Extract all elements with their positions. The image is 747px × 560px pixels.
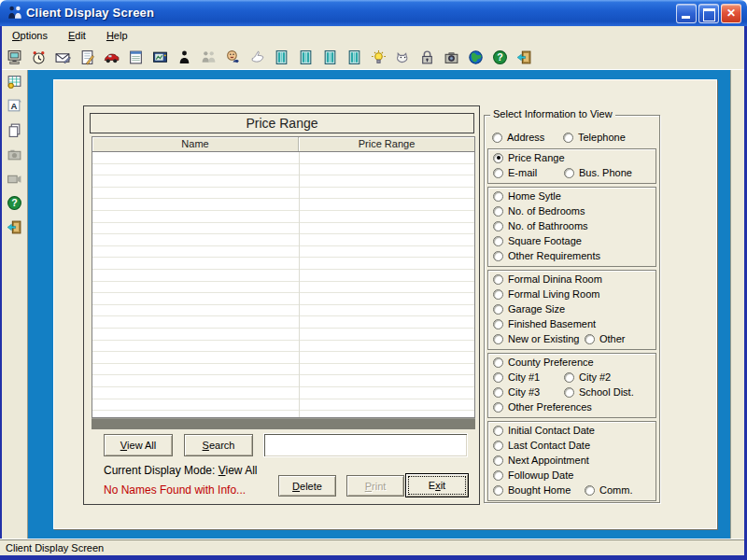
- radio-label: No. of Bathrooms: [508, 220, 588, 231]
- hand-icon[interactable]: [247, 48, 267, 67]
- radio-button: [493, 304, 503, 315]
- pet-icon[interactable]: [393, 48, 413, 67]
- computer-icon[interactable]: [5, 48, 24, 67]
- radio-address[interactable]: Address: [492, 132, 544, 143]
- radio-button: [564, 372, 574, 383]
- radio-no-of-bathrooms[interactable]: No. of Bathrooms: [493, 220, 588, 231]
- radio-e-mail[interactable]: E-mail: [493, 167, 537, 178]
- menu-options[interactable]: Options: [7, 28, 52, 43]
- radio-garage-size[interactable]: Garage Size: [493, 303, 565, 315]
- spreadsheet-icon[interactable]: [5, 72, 24, 91]
- option-group-5: Initial Contact DateLast Contact DateNex…: [487, 421, 656, 501]
- delete-button[interactable]: Delete: [278, 475, 336, 497]
- radio-button: [493, 274, 503, 285]
- notepad-icon[interactable]: [78, 48, 97, 67]
- radio-last-contact-date[interactable]: Last Contact Date: [493, 440, 590, 451]
- listing-icon[interactable]: [126, 48, 146, 67]
- column-header-name[interactable]: Name: [92, 137, 299, 151]
- copy-icon[interactable]: [5, 120, 24, 140]
- radio-county-preference[interactable]: County Preference: [493, 357, 594, 368]
- radio-bus-phone[interactable]: Bus. Phone: [564, 167, 632, 178]
- radio-label: Square Footage: [508, 235, 582, 246]
- radio-comm[interactable]: Comm.: [585, 484, 632, 496]
- radio-city-3[interactable]: City #3: [493, 386, 540, 398]
- door-3-icon[interactable]: [320, 48, 340, 67]
- radio-school-dist[interactable]: School Dist.: [564, 386, 634, 398]
- radio-city-1[interactable]: City #1: [493, 371, 540, 383]
- radio-telephone[interactable]: Telephone: [563, 132, 626, 143]
- horizontal-scrollbar[interactable]: [92, 418, 475, 429]
- font-icon[interactable]: [5, 96, 24, 116]
- radio-label: Bought Home: [508, 484, 571, 496]
- radio-button: [493, 236, 503, 246]
- radio-formal-living-room[interactable]: Formal Living Room: [493, 288, 599, 300]
- radio-price-range[interactable]: Price Range: [493, 152, 565, 163]
- print-button[interactable]: Print: [346, 475, 404, 497]
- radio-label: School Dist.: [579, 386, 634, 398]
- alarm-clock-icon[interactable]: [29, 48, 49, 67]
- column-header-price-range[interactable]: Price Range: [299, 137, 474, 151]
- clients-disabled-icon[interactable]: [199, 48, 218, 67]
- car-icon[interactable]: [102, 48, 121, 67]
- door-1-icon[interactable]: [272, 48, 291, 67]
- help-icon[interactable]: [490, 48, 510, 67]
- radio-other-preferences[interactable]: Other Preferences: [493, 401, 592, 413]
- help-icon[interactable]: [5, 193, 24, 213]
- radio-button: [493, 206, 503, 217]
- radio-city-2[interactable]: City #2: [564, 371, 611, 383]
- window-border-bottom: [0, 555, 747, 560]
- radio-button: [493, 441, 503, 451]
- search-button[interactable]: Search: [184, 434, 253, 456]
- close-button[interactable]: [721, 4, 741, 23]
- radio-finished-basement[interactable]: Finished Basement: [493, 318, 596, 329]
- camera-icon[interactable]: [442, 48, 461, 67]
- contact-icon[interactable]: [223, 48, 243, 67]
- door-2-icon[interactable]: [296, 48, 316, 67]
- client-area: Price Range Name Price Range View All Se…: [2, 70, 744, 539]
- radio-button: [564, 387, 574, 398]
- radio-label: Finished Basement: [508, 318, 596, 329]
- radio-button: [493, 402, 503, 413]
- radio-new-or-existing[interactable]: New or Existing: [493, 333, 579, 344]
- radio-label: No. of Bedrooms: [508, 205, 585, 217]
- camera-disabled-icon[interactable]: [5, 145, 24, 164]
- client-table-body[interactable]: [92, 152, 474, 417]
- radio-label: Home Sytle: [508, 190, 561, 202]
- door-4-icon[interactable]: [345, 48, 364, 67]
- minimize-button[interactable]: [676, 4, 697, 23]
- radio-formal-dinina-room[interactable]: Formal Dinina Room: [493, 273, 602, 285]
- maximize-button[interactable]: [698, 4, 719, 23]
- radio-button: [563, 133, 573, 143]
- table-header-row: Name Price Range: [92, 137, 474, 152]
- radio-initial-contact-date[interactable]: Initial Contact Date: [493, 425, 595, 436]
- radio-next-appointment[interactable]: Next Appointment: [493, 455, 589, 466]
- radio-followup-date[interactable]: Followup Date: [493, 469, 573, 481]
- toolbar: [2, 45, 744, 70]
- client-icon[interactable]: [175, 48, 194, 67]
- search-input[interactable]: [263, 433, 468, 457]
- lock-icon[interactable]: [417, 48, 437, 67]
- view-all-button[interactable]: View All: [104, 434, 173, 456]
- exit-icon[interactable]: [5, 217, 24, 237]
- radio-other-requirements[interactable]: Other Requirements: [493, 250, 600, 261]
- radio-label: Telephone: [578, 132, 626, 143]
- exit-button[interactable]: Exit: [405, 473, 469, 497]
- radio-button: [493, 191, 503, 202]
- radio-square-footage[interactable]: Square Footage: [493, 235, 582, 246]
- video-disabled-icon[interactable]: [5, 169, 24, 189]
- radio-other[interactable]: Other: [585, 333, 626, 344]
- exit-icon[interactable]: [514, 48, 534, 67]
- tv-icon[interactable]: [150, 48, 170, 67]
- radio-label: Other: [599, 333, 626, 344]
- radio-home-sytle[interactable]: Home Sytle: [493, 190, 561, 202]
- mail-icon[interactable]: [53, 48, 73, 67]
- select-info-groups: AddressTelephonePrice RangeE-mailBus. Ph…: [486, 116, 657, 502]
- menu-edit[interactable]: Edit: [63, 28, 91, 43]
- radio-bought-home[interactable]: Bought Home: [493, 484, 571, 496]
- globe-icon[interactable]: [466, 48, 486, 67]
- menu-help[interactable]: Help: [102, 28, 133, 43]
- option-group-2: Home SytleNo. of BedroomsNo. of Bathroom…: [487, 187, 656, 267]
- radio-no-of-bedrooms[interactable]: No. of Bedrooms: [493, 205, 585, 217]
- window-title: Client Display Screen: [26, 6, 154, 20]
- tip-bulb-icon[interactable]: [369, 48, 388, 67]
